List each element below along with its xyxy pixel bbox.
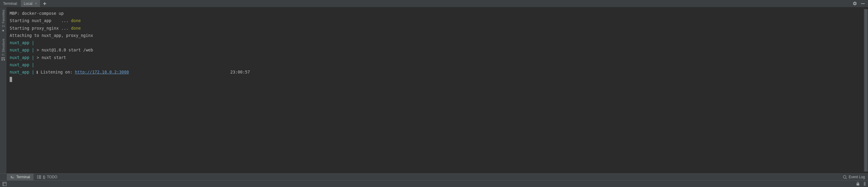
terminal-text: done <box>71 18 81 23</box>
svg-rect-20 <box>864 182 866 186</box>
ide-terminal-panel: Terminal: Local × ★ 2: Favorites <box>0 0 868 187</box>
terminal-text: done <box>71 26 81 31</box>
terminal-text: > nuxt@1.0.0 start /web <box>34 48 93 52</box>
svg-rect-4 <box>4 59 5 60</box>
sidebar-tab-label: 2: Favorites <box>1 10 5 27</box>
tool-window-event-log[interactable]: Event Log <box>840 174 868 180</box>
terminal-text: nuxt_app | <box>10 62 34 67</box>
terminal-text: > nuxt start <box>34 55 66 60</box>
terminal-text: nuxt_app | <box>10 40 34 45</box>
sidebar-tab-favorites[interactable]: ★ 2: Favorites <box>1 7 5 34</box>
svg-rect-11 <box>39 177 41 177</box>
svg-rect-3 <box>3 57 3 59</box>
minimize-icon[interactable] <box>861 1 865 6</box>
svg-rect-0 <box>861 3 865 4</box>
scrollbar-thumb[interactable] <box>864 9 867 171</box>
terminal-tab-local[interactable]: Local × <box>21 0 40 7</box>
terminal-line: MBP: docker-compose up <box>10 10 860 17</box>
svg-rect-6 <box>10 175 14 179</box>
svg-rect-16 <box>3 182 6 186</box>
tool-label: 6: TODO <box>43 175 57 179</box>
terminal-line: Starting nuxt_app ... done <box>10 17 860 24</box>
svg-rect-1 <box>1 59 3 60</box>
add-tab-button[interactable] <box>40 0 49 7</box>
svg-rect-10 <box>37 177 38 177</box>
close-icon[interactable]: × <box>35 1 37 6</box>
plus-icon <box>43 2 46 5</box>
terminal-timestamp: 23:00:57 <box>230 69 250 76</box>
terminal-text: Attaching to nuxt_app, proxy_nginx <box>10 33 93 38</box>
terminal-text: nuxt_app | <box>10 48 34 52</box>
svg-rect-2 <box>1 57 2 59</box>
terminal-line <box>10 76 860 83</box>
terminal-text: Starting proxy_nginx ... <box>10 26 71 31</box>
terminal-tab-bar: Terminal: Local × <box>0 0 868 7</box>
panel-title: Terminal: <box>0 0 21 7</box>
windows-icon[interactable] <box>2 182 7 186</box>
sidebar-tab-label: 7: Structure <box>1 39 5 56</box>
structure-icon <box>1 57 5 60</box>
tool-window-todo[interactable]: 6: TODO <box>33 174 61 180</box>
terminal-text: nuxt_app | <box>10 70 34 75</box>
svg-point-14 <box>843 176 846 178</box>
svg-rect-8 <box>37 176 38 176</box>
svg-rect-12 <box>37 178 38 179</box>
svg-rect-13 <box>39 178 41 179</box>
terminal-body: ★ 2: Favorites 7: Structure MBP: docker-… <box>0 7 868 173</box>
terminal-text: MBP: docker-compose up <box>10 11 64 16</box>
terminal-line: Starting proxy_nginx ... done <box>10 25 860 32</box>
terminal-line: nuxt_app | > nuxt start <box>10 54 860 61</box>
status-bar <box>0 180 868 187</box>
terminal-line: nuxt_app | > nuxt@1.0.0 start /web <box>10 46 860 54</box>
terminal-link[interactable]: http://172.18.0.2:3000 <box>75 70 129 75</box>
terminal-line: Attaching to nuxt_app, proxy_nginx <box>10 32 860 39</box>
terminal-text: Starting nuxt_app ... <box>10 18 71 23</box>
terminal-line: nuxt_app | ℹ Listening on: http://172.18… <box>10 69 860 76</box>
terminal-output-area[interactable]: MBP: docker-compose upStarting nuxt_app … <box>7 7 868 173</box>
todo-icon <box>37 175 41 179</box>
tool-window-terminal[interactable]: Terminal <box>7 174 33 180</box>
svg-rect-5 <box>4 57 4 59</box>
star-icon: ★ <box>1 28 5 32</box>
terminal-scrollbar[interactable] <box>864 9 868 171</box>
bottom-tool-bar: Terminal 6: TODO Event Log <box>0 173 868 180</box>
sidebar-tab-structure[interactable]: 7: Structure <box>1 36 5 63</box>
gear-icon[interactable] <box>852 1 857 6</box>
terminal-line: nuxt_app | <box>10 39 860 46</box>
tab-label: Local <box>24 1 33 6</box>
lock-icon[interactable] <box>856 182 860 186</box>
tool-label: Terminal <box>16 175 30 179</box>
svg-rect-19 <box>857 183 859 186</box>
terminal-text: nuxt_app | <box>10 55 34 60</box>
svg-line-15 <box>846 178 847 179</box>
terminal-output[interactable]: MBP: docker-compose upStarting nuxt_app … <box>7 9 863 171</box>
event-log-icon <box>843 175 847 179</box>
terminal-cursor <box>10 77 12 82</box>
svg-rect-7 <box>12 178 13 178</box>
terminal-text: Listening on: <box>38 70 75 75</box>
terminal-line: nuxt_app | <box>10 61 860 69</box>
svg-rect-9 <box>39 176 41 176</box>
side-tool-tabs: ★ 2: Favorites 7: Structure <box>0 7 7 173</box>
terminal-icon <box>10 175 14 179</box>
tool-label: Event Log <box>849 175 865 179</box>
inspector-icon[interactable] <box>864 182 866 186</box>
